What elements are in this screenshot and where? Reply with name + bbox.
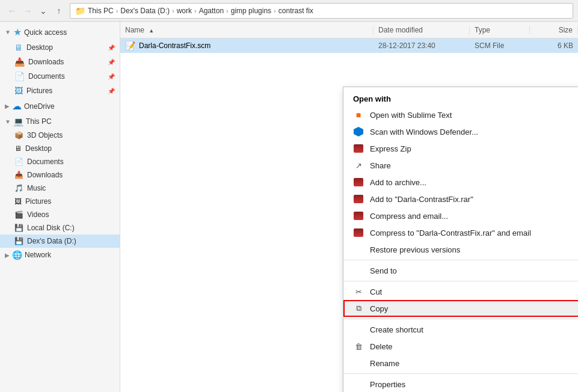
cm-create-shortcut-label: Create shortcut (370, 325, 578, 334)
sort-triangle-name: ▲ (149, 28, 154, 34)
quick-access-icon: ★ (13, 26, 22, 38)
sidebar-item-pictures-pc[interactable]: 🖼 Pictures (0, 195, 120, 208)
cm-rename-label: Rename (370, 359, 578, 368)
col-header-date[interactable]: Date modified (374, 26, 470, 34)
cm-add-archive-label: Add to archive... (370, 178, 578, 187)
compress-rar-email-icon (353, 227, 364, 238)
3dobjects-label: 3D Objects (27, 131, 63, 139)
cm-express-zip[interactable]: Express Zip › (343, 140, 578, 157)
thispc-section[interactable]: ▼ 💻 This PC (0, 114, 120, 129)
recent-button[interactable]: ⌄ (36, 4, 51, 18)
desktop-label-qa: Desktop (26, 43, 53, 52)
thispc-arrow: ▼ (5, 118, 11, 125)
path-thispc: This PC (88, 7, 114, 15)
table-row[interactable]: 📝 Darla-ContrastFix.scm 28-12-2017 23:40… (120, 38, 578, 53)
cut-icon: ✂ (353, 286, 364, 297)
sidebar-item-music[interactable]: 🎵 Music (0, 182, 120, 195)
pin-icon-documents: 📌 (108, 73, 115, 80)
cm-compress-email[interactable]: Compress and email... (343, 207, 578, 224)
sidebar-item-downloads-qa[interactable]: 📥 Downloads 📌 (0, 55, 120, 69)
file-size-cell: 6 KB (530, 41, 578, 50)
add-archive-icon (353, 177, 364, 188)
delete-icon: 🗑 (353, 341, 364, 352)
sidebar-item-documents-pc[interactable]: 📄 Documents (0, 155, 120, 168)
thispc-label: This PC (26, 117, 52, 126)
cm-separator-2 (343, 281, 578, 281)
path-contrastfix: contrast fix (278, 7, 313, 15)
file-type-cell: SCM File (470, 41, 530, 50)
rename-icon (353, 358, 364, 369)
cm-separator-4 (343, 373, 578, 374)
network-arrow: ▶ (5, 252, 10, 259)
forward-button[interactable]: → (20, 4, 35, 18)
localc-label: Local Disk (C:) (27, 224, 75, 232)
cm-scan-defender-label: Scan with Windows Defender... (370, 127, 578, 136)
path-gimpplugins: gimp plugins (231, 7, 271, 15)
cm-cut[interactable]: ✂ Cut (343, 283, 578, 300)
cm-compress-rar-email-label: Compress to "Darla-ContrastFix.rar" and … (370, 228, 578, 237)
cm-share[interactable]: ↗ Share (343, 157, 578, 174)
file-name-cell: 📝 Darla-ContrastFix.scm (120, 41, 374, 51)
cm-open-sublime-label: Open with Sublime Text (370, 111, 578, 120)
videos-icon: 🎬 (14, 210, 23, 219)
network-section[interactable]: ▶ 🌐 Network (0, 248, 120, 262)
cm-delete[interactable]: 🗑 Delete (343, 338, 578, 355)
address-path[interactable]: 📁 This PC › Dex's Data (D:) › work › Aga… (70, 3, 573, 19)
desktop-label-pc: Desktop (25, 144, 52, 153)
network-label: Network (25, 251, 51, 259)
sidebar-item-pictures-qa[interactable]: 🖼 Pictures 📌 (0, 84, 120, 98)
sidebar-item-desktop-qa[interactable]: 🖥 Desktop 📌 (0, 40, 120, 55)
path-agatton: Agatton (199, 7, 224, 15)
cm-send-to[interactable]: Send to › (343, 262, 578, 279)
file-name: Darla-ContrastFix.scm (139, 41, 211, 50)
cm-properties[interactable]: Properties (343, 376, 578, 392)
desktop-icon-pc: 🖥 (14, 144, 22, 153)
documents-label-pc: Documents (27, 158, 64, 166)
column-headers: Name ▲ Date modified Type Size (120, 22, 578, 38)
onedrive-section[interactable]: ▶ ☁ OneDrive (0, 98, 120, 114)
sidebar-item-desktop-pc[interactable]: 🖥 Desktop (0, 142, 120, 155)
cm-rename[interactable]: Rename (343, 355, 578, 372)
file-date: 28-12-2017 23:40 (378, 41, 435, 50)
music-label: Music (27, 184, 46, 192)
cm-add-rar-label: Add to "Darla-ContrastFix.rar" (370, 195, 578, 204)
cm-open-sublime[interactable]: ■ Open with Sublime Text (343, 106, 578, 123)
cm-create-shortcut[interactable]: Create shortcut (343, 321, 578, 338)
cm-copy[interactable]: ⧉ Copy (343, 300, 578, 317)
cm-add-rar[interactable]: Add to "Darla-ContrastFix.rar" (343, 191, 578, 207)
up-button[interactable]: ↑ (52, 4, 66, 18)
cm-express-zip-label: Express Zip (370, 144, 578, 153)
col-header-size[interactable]: Size (530, 26, 578, 34)
sidebar-item-3dobjects[interactable]: 📦 3D Objects (0, 129, 120, 142)
quick-access-arrow: ▼ (5, 29, 11, 35)
col-header-type[interactable]: Type (470, 26, 530, 34)
path-sep-3: › (194, 7, 197, 14)
sidebar-item-downloads-pc[interactable]: 📥 Downloads (0, 168, 120, 182)
sidebar-item-documents-qa[interactable]: 📄 Documents 📌 (0, 69, 120, 84)
documents-icon-qa: 📄 (14, 72, 25, 81)
cm-separator-3 (343, 319, 578, 319)
compress-email-icon (353, 210, 364, 221)
zip-icon (353, 143, 364, 154)
sidebar-item-videos[interactable]: 🎬 Videos (0, 208, 120, 221)
cm-scan-defender[interactable]: Scan with Windows Defender... (343, 123, 578, 140)
thispc-icon: 💻 (13, 117, 23, 126)
sublime-icon: ■ (353, 109, 364, 120)
back-button[interactable]: ← (5, 4, 19, 18)
sidebar-item-localc[interactable]: 💾 Local Disk (C:) (0, 221, 120, 234)
content-area: Name ▲ Date modified Type Size 📝 Darla-C… (120, 22, 578, 392)
sidebar-item-dexdata[interactable]: 💾 Dex's Data (D:) (0, 234, 120, 248)
cm-compress-rar-email[interactable]: Compress to "Darla-ContrastFix.rar" and … (343, 224, 578, 241)
quick-access-section[interactable]: ▼ ★ Quick access (0, 24, 120, 40)
pin-icon-downloads: 📌 (108, 59, 115, 66)
onedrive-label: OneDrive (24, 102, 55, 111)
dexdata-icon: 💾 (14, 237, 23, 245)
onedrive-icon: ☁ (12, 100, 22, 112)
cm-add-archive[interactable]: Add to archive... (343, 174, 578, 191)
cm-restore[interactable]: Restore previous versions (343, 241, 578, 258)
col-header-name[interactable]: Name ▲ (120, 26, 374, 34)
quick-access-label: Quick access (24, 28, 67, 37)
cm-open-with-header: Open with (343, 90, 578, 106)
nav-buttons: ← → ⌄ ↑ (5, 4, 66, 18)
cm-compress-email-label: Compress and email... (370, 212, 578, 221)
